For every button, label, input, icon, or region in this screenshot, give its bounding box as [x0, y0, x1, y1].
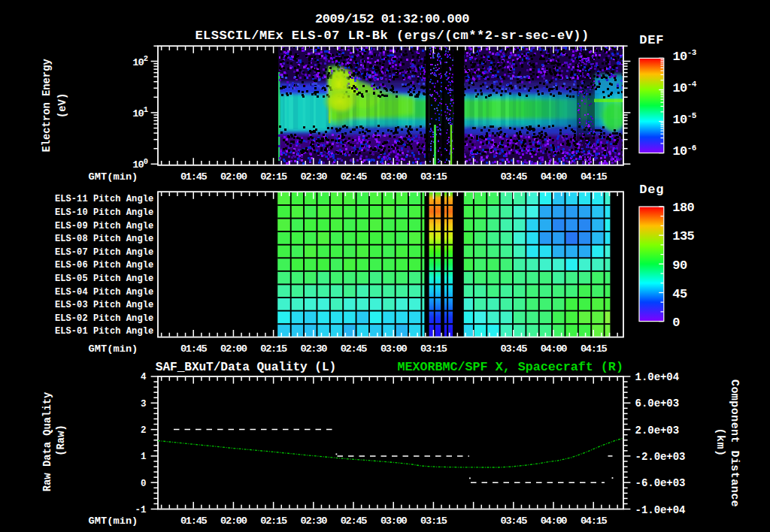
svg-text:Deg: Deg	[639, 183, 664, 197]
svg-text:2009/152 01:32:00.000: 2009/152 01:32:00.000	[315, 12, 469, 26]
svg-text:02:45: 02:45	[341, 343, 368, 355]
svg-text:04:15: 04:15	[581, 343, 608, 355]
svg-text:DEF: DEF	[639, 33, 664, 47]
svg-text:180: 180	[672, 201, 694, 215]
svg-text:02:00: 02:00	[220, 515, 247, 527]
svg-text:04:00: 04:00	[541, 515, 568, 527]
svg-text:01:45: 01:45	[180, 515, 208, 527]
svg-text:ELS-11 Pitch Angle: ELS-11 Pitch Angle	[55, 194, 153, 204]
svg-text:02:45: 02:45	[341, 171, 368, 183]
svg-text:135: 135	[672, 229, 694, 243]
svg-text:ELS-04 Pitch Angle: ELS-04 Pitch Angle	[55, 287, 153, 298]
svg-text:ELS-01 Pitch Angle: ELS-01 Pitch Angle	[55, 326, 153, 337]
svg-text:02:15: 02:15	[260, 343, 287, 355]
svg-text:SAF_BXuT/Data Quality (L): SAF_BXuT/Data Quality (L)	[156, 361, 336, 374]
svg-text:ELS-03 Pitch Angle: ELS-03 Pitch Angle	[55, 300, 153, 310]
svg-text:GMT(min): GMT(min)	[89, 343, 138, 355]
svg-text:02:30: 02:30	[301, 343, 328, 355]
svg-text:90: 90	[672, 258, 687, 273]
svg-text:04:00: 04:00	[541, 171, 568, 183]
svg-text:02:15: 02:15	[260, 515, 287, 527]
svg-text:ELS-05 Pitch Angle: ELS-05 Pitch Angle	[55, 274, 153, 284]
svg-text:02:00: 02:00	[220, 343, 247, 355]
svg-text:02:15: 02:15	[260, 171, 287, 183]
svg-text:03:15: 03:15	[420, 515, 447, 527]
svg-text:MEXORBMC/SPF X, Spacecraft (R): MEXORBMC/SPF X, Spacecraft (R)	[397, 360, 623, 374]
svg-text:01:45: 01:45	[180, 171, 208, 183]
svg-text:3: 3	[141, 399, 147, 410]
svg-text:Electron Energy: Electron Energy	[41, 59, 53, 153]
svg-text:-2.0e+03: -2.0e+03	[635, 451, 686, 463]
svg-text:6.0e+03: 6.0e+03	[635, 397, 679, 410]
svg-text:ELS-09 Pitch Angle: ELS-09 Pitch Angle	[55, 221, 153, 231]
svg-text:-6.0e+03: -6.0e+03	[635, 477, 686, 489]
svg-text:ELS-02 Pitch Angle: ELS-02 Pitch Angle	[55, 313, 153, 324]
svg-text:03:00: 03:00	[380, 515, 408, 527]
svg-text:2.0e+03: 2.0e+03	[635, 425, 679, 437]
svg-text:ELS-07 Pitch Angle: ELS-07 Pitch Angle	[55, 247, 153, 258]
svg-text:02:30: 02:30	[301, 171, 328, 183]
svg-text:ELS-06 Pitch Angle: ELS-06 Pitch Angle	[55, 260, 153, 271]
svg-text:1: 1	[141, 452, 147, 462]
svg-text:ELS-08 Pitch Angle: ELS-08 Pitch Angle	[55, 234, 153, 244]
svg-text:2: 2	[141, 425, 147, 436]
svg-text:(km): (km)	[714, 428, 726, 457]
svg-text:0: 0	[141, 479, 147, 489]
svg-text:-1.0e+04: -1.0e+04	[635, 504, 686, 516]
svg-text:Raw Data Quality: Raw Data Quality	[42, 391, 53, 491]
svg-text:03:15: 03:15	[420, 171, 447, 183]
svg-text:GMT(min): GMT(min)	[89, 171, 138, 183]
svg-text:03:45: 03:45	[501, 343, 528, 355]
svg-text:ELSSCIL/MEx ELS-07 LR-Bk (erg: ELSSCIL/MEx ELS-07 LR-Bk (ergs/(cm**2-sr…	[195, 29, 589, 43]
svg-text:-1: -1	[135, 505, 146, 515]
svg-text:03:45: 03:45	[501, 171, 528, 183]
svg-text:01:45: 01:45	[180, 343, 208, 355]
svg-text:(Raw): (Raw)	[56, 425, 67, 455]
svg-text:GMT(min): GMT(min)	[89, 515, 138, 527]
svg-text:04:15: 04:15	[581, 515, 608, 527]
svg-text:0: 0	[672, 316, 680, 330]
svg-text:04:00: 04:00	[541, 343, 568, 355]
svg-text:45: 45	[672, 287, 687, 301]
svg-text:02:30: 02:30	[301, 515, 328, 527]
svg-text:1.0e+04: 1.0e+04	[635, 371, 679, 383]
svg-text:03:15: 03:15	[420, 343, 447, 355]
svg-text:02:45: 02:45	[341, 515, 368, 527]
svg-text:4: 4	[141, 372, 147, 382]
svg-text:03:00: 03:00	[380, 343, 408, 355]
svg-text:ELS-10 Pitch Angle: ELS-10 Pitch Angle	[55, 207, 153, 218]
svg-text:03:00: 03:00	[380, 171, 408, 183]
svg-text:Component Distance: Component Distance	[728, 379, 741, 507]
svg-text:04:15: 04:15	[581, 171, 608, 183]
svg-text:02:00: 02:00	[220, 171, 247, 183]
svg-text:03:45: 03:45	[501, 515, 528, 527]
svg-text:(eV): (eV)	[57, 93, 68, 118]
